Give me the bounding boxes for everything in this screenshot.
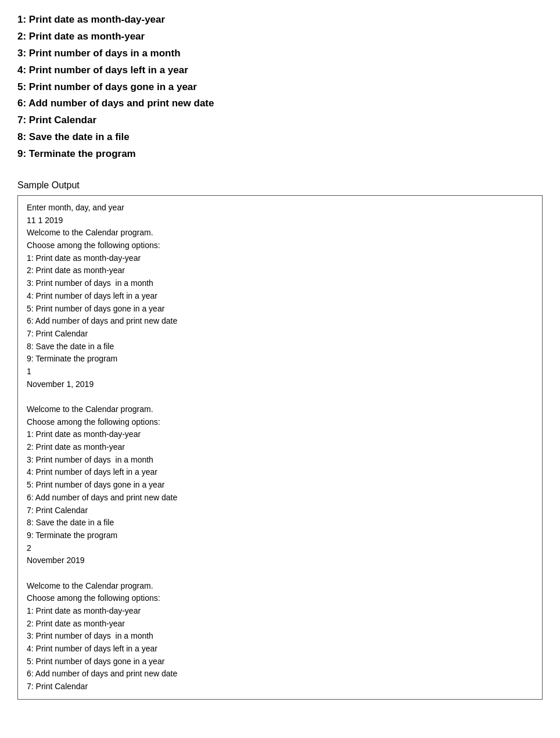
menu-item: 1: Print date as month-day-year <box>17 12 543 28</box>
menu-item: 6: Add number of days and print new date <box>17 95 543 112</box>
output-section: Sample Output Enter month, day, and year… <box>17 180 543 700</box>
menu-item: 2: Print date as month-year <box>17 28 543 45</box>
menu-item: 4: Print number of days left in a year <box>17 62 543 79</box>
menu-item: 7: Print Calendar <box>17 112 543 129</box>
menu-item: 8: Save the date in a file <box>17 129 543 146</box>
menu-item: 9: Terminate the program <box>17 146 543 163</box>
menu-item: 5: Print number of days gone in a year <box>17 79 543 96</box>
menu-section: 1: Print date as month-day-year2: Print … <box>17 12 543 163</box>
sample-output-label: Sample Output <box>17 180 543 191</box>
output-box: Enter month, day, and year 11 1 2019 Wel… <box>17 195 543 700</box>
menu-item: 3: Print number of days in a month <box>17 45 543 62</box>
